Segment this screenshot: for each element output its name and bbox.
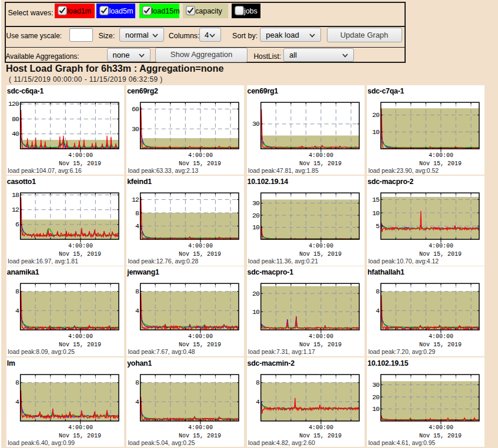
svg-text:Nov 15, 2019: Nov 15, 2019 <box>419 432 462 439</box>
svg-text:Nov 15, 2019: Nov 15, 2019 <box>179 161 221 167</box>
svg-text:4:00:00: 4:00:00 <box>188 152 213 159</box>
svg-text:60: 60 <box>132 105 139 113</box>
svg-text:8: 8 <box>135 379 139 386</box>
svg-text:4:00:00: 4:00:00 <box>429 152 453 159</box>
svg-text:30: 30 <box>252 120 260 128</box>
svg-text:4:00:00: 4:00:00 <box>188 243 213 249</box>
svg-text:4:00:00: 4:00:00 <box>68 152 93 159</box>
svg-text:4: 4 <box>376 307 380 315</box>
svg-text:10: 10 <box>372 405 380 413</box>
svg-text:20: 20 <box>372 111 380 119</box>
svg-text:12: 12 <box>12 206 19 213</box>
svg-text:30: 30 <box>372 381 380 389</box>
svg-text:8: 8 <box>15 379 19 386</box>
svg-text:30: 30 <box>252 199 260 207</box>
svg-text:20: 20 <box>252 212 260 219</box>
svg-text:Nov 15, 2019: Nov 15, 2019 <box>59 251 101 258</box>
svg-text:4:00:00: 4:00:00 <box>429 424 453 430</box>
svg-text:Nov 15, 2019: Nov 15, 2019 <box>59 161 101 167</box>
svg-text:Nov 15, 2019: Nov 15, 2019 <box>59 432 101 439</box>
svg-text:4:00:00: 4:00:00 <box>188 424 213 430</box>
svg-text:8: 8 <box>376 288 380 296</box>
svg-text:6: 6 <box>15 221 19 229</box>
svg-text:8: 8 <box>135 209 139 217</box>
svg-text:Nov 15, 2019: Nov 15, 2019 <box>179 251 221 258</box>
svg-text:4: 4 <box>256 397 260 405</box>
svg-text:4: 4 <box>15 307 19 315</box>
svg-text:Nov 15, 2019: Nov 15, 2019 <box>299 432 342 439</box>
svg-text:Nov 15, 2019: Nov 15, 2019 <box>299 251 342 258</box>
svg-text:10: 10 <box>372 128 380 136</box>
svg-text:Nov 15, 2019: Nov 15, 2019 <box>179 432 221 439</box>
svg-text:Nov 15, 2019: Nov 15, 2019 <box>419 251 462 258</box>
svg-text:4: 4 <box>135 397 139 405</box>
svg-text:4: 4 <box>135 307 139 315</box>
svg-text:Nov 15, 2019: Nov 15, 2019 <box>419 342 462 348</box>
svg-text:4:00:00: 4:00:00 <box>308 424 333 430</box>
svg-text:4:00:00: 4:00:00 <box>188 333 213 340</box>
svg-text:12: 12 <box>132 196 139 203</box>
svg-text:4:00:00: 4:00:00 <box>308 333 333 340</box>
svg-text:4:00:00: 4:00:00 <box>308 152 333 159</box>
svg-text:30: 30 <box>132 125 139 133</box>
svg-text:Nov 15, 2019: Nov 15, 2019 <box>299 161 342 167</box>
svg-text:40: 40 <box>12 130 19 138</box>
svg-text:Nov 15, 2019: Nov 15, 2019 <box>419 161 462 167</box>
svg-text:4:00:00: 4:00:00 <box>68 333 93 340</box>
svg-text:5: 5 <box>376 222 380 230</box>
svg-text:4:00:00: 4:00:00 <box>308 243 333 249</box>
svg-text:4:00:00: 4:00:00 <box>68 243 93 249</box>
svg-text:10: 10 <box>372 209 380 217</box>
svg-text:15: 15 <box>372 196 380 203</box>
svg-text:Nov 15, 2019: Nov 15, 2019 <box>179 342 221 348</box>
svg-text:10: 10 <box>252 223 260 231</box>
svg-text:8: 8 <box>256 379 260 386</box>
svg-text:4: 4 <box>15 397 19 405</box>
svg-text:8: 8 <box>135 288 139 296</box>
svg-text:20: 20 <box>372 393 380 400</box>
svg-text:4: 4 <box>135 222 139 230</box>
svg-text:Nov 15, 2019: Nov 15, 2019 <box>299 342 342 348</box>
svg-text:120: 120 <box>8 101 19 108</box>
svg-text:18: 18 <box>12 191 19 199</box>
svg-text:4:00:00: 4:00:00 <box>429 243 453 249</box>
svg-text:4:00:00: 4:00:00 <box>429 333 453 340</box>
svg-text:4:00:00: 4:00:00 <box>68 424 93 430</box>
svg-text:20: 20 <box>252 290 260 297</box>
svg-text:10: 10 <box>252 308 260 316</box>
svg-text:Nov 15, 2019: Nov 15, 2019 <box>59 342 101 348</box>
svg-text:80: 80 <box>12 115 19 123</box>
svg-text:8: 8 <box>15 288 19 296</box>
